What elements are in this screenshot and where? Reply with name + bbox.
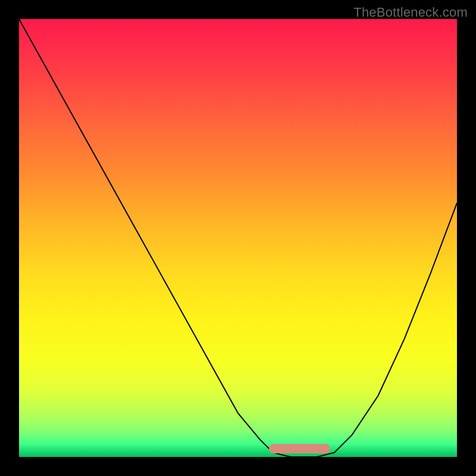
bottleneck-curve [19, 19, 457, 457]
optimal-range-band [269, 444, 330, 453]
chart-plot-area [19, 19, 457, 457]
watermark-text: TheBottleneck.com [353, 5, 468, 20]
